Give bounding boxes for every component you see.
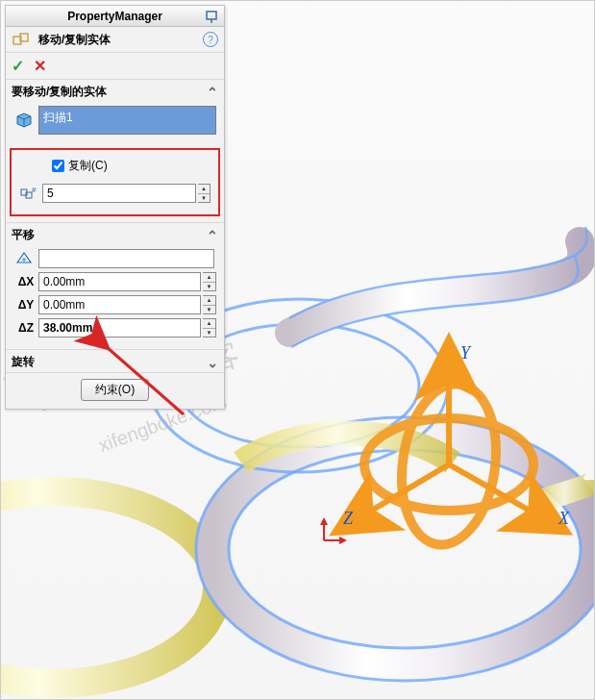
count-icon: # [19, 184, 38, 203]
dy-spinner[interactable]: ▲▼ [203, 295, 216, 314]
svg-rect-15 [207, 12, 216, 19]
ok-cancel-row: ✓ ✕ [6, 53, 224, 80]
pm-title: PropertyManager [67, 10, 162, 23]
svg-marker-13 [320, 517, 328, 525]
triad-x-label: X [558, 509, 569, 529]
pin-icon[interactable] [203, 8, 220, 25]
dz-label: ΔZ [13, 321, 38, 335]
constraint-button[interactable]: 约束(O) [81, 379, 149, 401]
section-translate-header[interactable]: 平移 ⌃ [6, 222, 224, 245]
help-icon[interactable]: ? [203, 32, 218, 47]
copy-checkbox[interactable] [52, 160, 64, 172]
copy-checkbox-label: 复制(C) [68, 158, 108, 174]
section-bodies-body: 扫描1 [6, 102, 224, 146]
dz-spinner[interactable]: ▲▼ [203, 318, 216, 338]
dz-input[interactable] [38, 318, 201, 338]
copy-options-highlight: 复制(C) # ▲▼ [10, 148, 220, 216]
pm-header: PropertyManager [6, 6, 224, 27]
selected-body-item: 扫描1 [43, 110, 73, 126]
svg-point-22 [22, 258, 26, 262]
svg-marker-14 [339, 537, 347, 544]
translate-target-input[interactable] [38, 249, 214, 268]
cancel-button[interactable]: ✕ [34, 57, 46, 75]
ok-button[interactable]: ✓ [12, 57, 24, 75]
svg-text:#: # [32, 186, 37, 194]
chevron-down-icon: ⌃ [207, 355, 218, 370]
chevron-up-icon: ⌃ [207, 228, 218, 243]
feature-name: 移动/复制实体 [38, 32, 111, 48]
chevron-up-icon: ⌃ [207, 85, 218, 100]
dy-label: ΔY [13, 298, 38, 312]
dy-input[interactable] [38, 295, 201, 314]
copy-count-spinner[interactable]: ▲▼ [198, 184, 211, 203]
property-manager-panel: PropertyManager 移动/复制实体 ? ✓ ✕ 要移动/复制的实体 … [5, 5, 225, 410]
bodies-selection-box[interactable]: 扫描1 [38, 106, 216, 135]
move-copy-icon [12, 31, 33, 48]
section-bodies-title: 要移动/复制的实体 [12, 84, 107, 100]
svg-point-0 [1, 491, 217, 684]
section-translate-body: ΔX ▲▼ ΔY ▲▼ ΔZ ▲▼ [6, 245, 224, 349]
section-rotate-title: 旋转 [12, 354, 35, 370]
copy-count-input[interactable] [42, 184, 196, 203]
dx-input[interactable] [38, 272, 201, 291]
section-translate-title: 平移 [12, 227, 35, 243]
translate-target-icon [13, 249, 35, 268]
section-bodies-header[interactable]: 要移动/复制的实体 ⌃ [6, 80, 224, 102]
feature-row: 移动/复制实体 ? [6, 27, 224, 53]
dx-label: ΔX [13, 275, 38, 288]
triad-y-label: Y [460, 343, 470, 363]
section-rotate-header[interactable]: 旋转 ⌃ [6, 349, 224, 372]
origin-marker [320, 517, 349, 546]
solid-body-icon [13, 111, 35, 130]
dx-spinner[interactable]: ▲▼ [203, 272, 216, 291]
